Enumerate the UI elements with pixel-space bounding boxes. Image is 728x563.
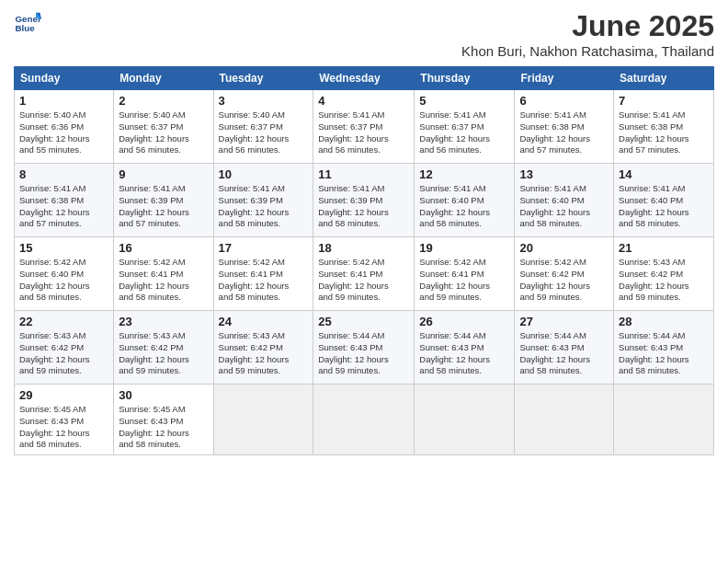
header: General Blue June 2025 Khon Buri, Nakhon… bbox=[14, 9, 714, 59]
table-row: 5Sunrise: 5:41 AMSunset: 6:37 PMDaylight… bbox=[415, 90, 515, 164]
logo: General Blue bbox=[14, 9, 44, 37]
table-row: 20Sunrise: 5:42 AMSunset: 6:42 PMDayligh… bbox=[515, 237, 614, 311]
table-row: 18Sunrise: 5:42 AMSunset: 6:41 PMDayligh… bbox=[313, 237, 415, 311]
table-row: 9Sunrise: 5:41 AMSunset: 6:39 PMDaylight… bbox=[114, 164, 213, 237]
month-title: June 2025 bbox=[461, 9, 714, 43]
col-thursday: Thursday bbox=[415, 67, 515, 90]
table-row: 7Sunrise: 5:41 AMSunset: 6:38 PMDaylight… bbox=[614, 90, 714, 164]
table-row: 1Sunrise: 5:40 AMSunset: 6:36 PMDaylight… bbox=[15, 90, 114, 164]
location-title: Khon Buri, Nakhon Ratchasima, Thailand bbox=[461, 43, 714, 59]
col-friday: Friday bbox=[515, 67, 614, 90]
table-row bbox=[515, 385, 614, 455]
logo-icon: General Blue bbox=[14, 9, 41, 37]
table-row: 10Sunrise: 5:41 AMSunset: 6:39 PMDayligh… bbox=[213, 164, 313, 237]
col-monday: Monday bbox=[114, 67, 213, 90]
table-row: 16Sunrise: 5:42 AMSunset: 6:41 PMDayligh… bbox=[114, 237, 213, 311]
svg-text:Blue: Blue bbox=[16, 23, 36, 33]
table-row: 6Sunrise: 5:41 AMSunset: 6:38 PMDaylight… bbox=[515, 90, 614, 164]
col-saturday: Saturday bbox=[614, 67, 714, 90]
table-row: 15Sunrise: 5:42 AMSunset: 6:40 PMDayligh… bbox=[15, 237, 114, 311]
table-row: 19Sunrise: 5:42 AMSunset: 6:41 PMDayligh… bbox=[415, 237, 515, 311]
table-row: 23Sunrise: 5:43 AMSunset: 6:42 PMDayligh… bbox=[114, 311, 213, 385]
col-tuesday: Tuesday bbox=[213, 67, 313, 90]
table-row: 26Sunrise: 5:44 AMSunset: 6:43 PMDayligh… bbox=[415, 311, 515, 385]
table-row: 11Sunrise: 5:41 AMSunset: 6:39 PMDayligh… bbox=[313, 164, 415, 237]
title-block: June 2025 Khon Buri, Nakhon Ratchasima, … bbox=[461, 9, 714, 59]
table-row: 29Sunrise: 5:45 AMSunset: 6:43 PMDayligh… bbox=[15, 385, 114, 455]
col-sunday: Sunday bbox=[15, 67, 114, 90]
table-row bbox=[313, 385, 415, 455]
table-row: 21Sunrise: 5:43 AMSunset: 6:42 PMDayligh… bbox=[614, 237, 714, 311]
table-row bbox=[415, 385, 515, 455]
header-row: Sunday Monday Tuesday Wednesday Thursday… bbox=[15, 67, 714, 90]
table-row: 22Sunrise: 5:43 AMSunset: 6:42 PMDayligh… bbox=[15, 311, 114, 385]
table-row: 14Sunrise: 5:41 AMSunset: 6:40 PMDayligh… bbox=[614, 164, 714, 237]
table-row: 25Sunrise: 5:44 AMSunset: 6:43 PMDayligh… bbox=[313, 311, 415, 385]
col-wednesday: Wednesday bbox=[313, 67, 415, 90]
table-row: 4Sunrise: 5:41 AMSunset: 6:37 PMDaylight… bbox=[313, 90, 415, 164]
table-row bbox=[614, 385, 714, 455]
table-row bbox=[213, 385, 313, 455]
table-row: 28Sunrise: 5:44 AMSunset: 6:43 PMDayligh… bbox=[614, 311, 714, 385]
table-row: 13Sunrise: 5:41 AMSunset: 6:40 PMDayligh… bbox=[515, 164, 614, 237]
calendar-table: Sunday Monday Tuesday Wednesday Thursday… bbox=[14, 66, 714, 455]
table-row: 2Sunrise: 5:40 AMSunset: 6:37 PMDaylight… bbox=[114, 90, 213, 164]
table-row: 8Sunrise: 5:41 AMSunset: 6:38 PMDaylight… bbox=[15, 164, 114, 237]
table-row: 3Sunrise: 5:40 AMSunset: 6:37 PMDaylight… bbox=[213, 90, 313, 164]
page: General Blue June 2025 Khon Buri, Nakhon… bbox=[0, 0, 728, 563]
table-row: 30Sunrise: 5:45 AMSunset: 6:43 PMDayligh… bbox=[114, 385, 213, 455]
table-row: 12Sunrise: 5:41 AMSunset: 6:40 PMDayligh… bbox=[415, 164, 515, 237]
table-row: 27Sunrise: 5:44 AMSunset: 6:43 PMDayligh… bbox=[515, 311, 614, 385]
table-row: 24Sunrise: 5:43 AMSunset: 6:42 PMDayligh… bbox=[213, 311, 313, 385]
table-row: 17Sunrise: 5:42 AMSunset: 6:41 PMDayligh… bbox=[213, 237, 313, 311]
